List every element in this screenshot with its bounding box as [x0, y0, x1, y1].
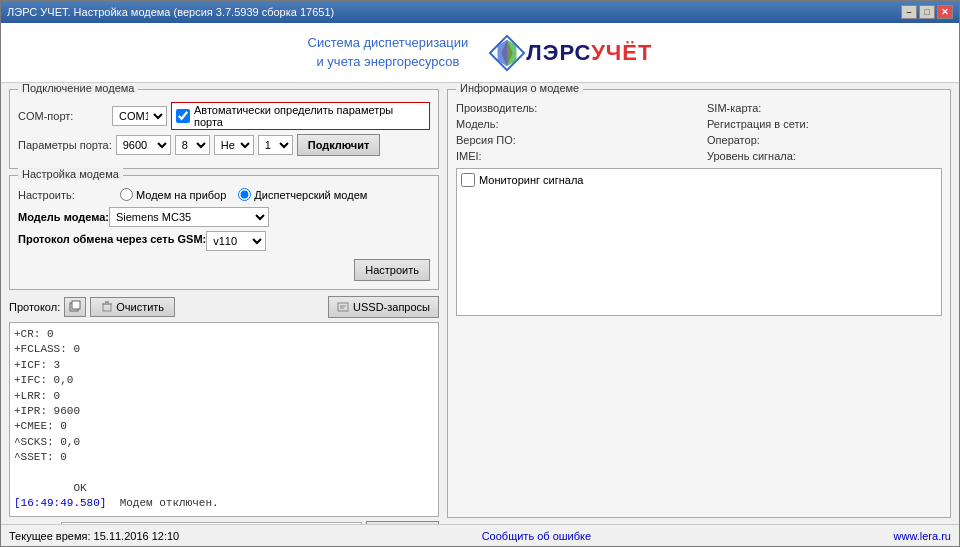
- network-row: Регистрация в сети:: [707, 118, 942, 130]
- monitoring-label: Мониторинг сигнала: [479, 174, 583, 186]
- params-label: Параметры порта:: [18, 139, 112, 151]
- model-info-row: Модель:: [456, 118, 691, 130]
- signal-row: Уровень сигнала:: [707, 150, 942, 162]
- log-area[interactable]: +CR: 0 +FCLASS: 0 +ICF: 3 +IFC: 0,0 +LRR…: [10, 323, 438, 516]
- sim-label: SIM-карта:: [707, 102, 761, 114]
- maximize-button[interactable]: □: [919, 5, 935, 19]
- banner: Система диспетчеризации и учета энергоре…: [1, 23, 959, 83]
- titlebar-buttons: – □ ✕: [901, 5, 953, 19]
- main-content: Подключение модема COM-порт: COM1 Автома…: [1, 83, 959, 524]
- configure-label: Настроить:: [18, 189, 108, 201]
- configure-row: Настроить: Модем на прибор Диспетчерский…: [18, 188, 430, 201]
- close-button[interactable]: ✕: [937, 5, 953, 19]
- monitoring-section: Мониторинг сигнала: [456, 168, 942, 316]
- protocol-label: Протокол обмена через сеть GSM:: [18, 231, 206, 245]
- banner-text: Система диспетчеризации и учета энергоре…: [308, 34, 469, 70]
- ussd-label: USSD-запросы: [353, 301, 430, 313]
- copy-icon: [69, 300, 81, 312]
- baud-select[interactable]: 9600: [116, 135, 171, 155]
- log-area-wrapper: +CR: 0 +FCLASS: 0 +ICF: 3 +IFC: 0,0 +LRR…: [9, 322, 439, 517]
- radio-dispatcher-label: Диспетчерский модем: [254, 189, 367, 201]
- modem-model-row: Модель модема: Siemens MC35: [18, 207, 430, 227]
- data-bits-select[interactable]: 8: [175, 135, 210, 155]
- titlebar: ЛЭРС УЧЕТ. Настройка модема (версия 3.7.…: [1, 1, 959, 23]
- imei-row: IMEI:: [456, 150, 691, 162]
- sim-row: SIM-карта:: [707, 102, 942, 114]
- log-section: Протокол: Очистить: [9, 296, 439, 524]
- producer-label: Производитель:: [456, 102, 537, 114]
- operator-row: Оператор:: [707, 134, 942, 146]
- modem-connection-title: Подключение модема: [18, 83, 138, 94]
- clear-icon: [101, 301, 113, 313]
- parity-select[interactable]: Нет: [214, 135, 254, 155]
- clear-label: Очистить: [116, 301, 164, 313]
- params-row: Параметры порта: 9600 8 Нет 1 Подключит: [18, 134, 430, 156]
- right-panel: Информация о модеме Производитель: SIM-к…: [447, 89, 951, 518]
- log-timestamp: [16:49:49.580]: [14, 497, 106, 509]
- auto-detect-label: Автоматически определить параметры порта: [194, 104, 425, 128]
- version-label: Версия ПО:: [456, 134, 516, 146]
- modem-info-title: Информация о модеме: [456, 83, 583, 94]
- radio-dispatcher[interactable]: Диспетчерский модем: [238, 188, 367, 201]
- radio-device-input[interactable]: [120, 188, 133, 201]
- logo-text: ЛЭРСУЧЁТ: [526, 40, 652, 66]
- logo-t: Т: [638, 40, 652, 65]
- footer-time: Текущее время: 15.11.2016 12:10: [9, 530, 179, 542]
- modem-model-select[interactable]: Siemens MC35: [109, 207, 269, 227]
- version-row: Версия ПО:: [456, 134, 691, 146]
- stop-bits-select[interactable]: 1: [258, 135, 293, 155]
- com-port-row: COM-порт: COM1 Автоматически определить …: [18, 102, 430, 130]
- modem-connection-group: Подключение модема COM-порт: COM1 Автома…: [9, 89, 439, 169]
- modem-model-label: Модель модема:: [18, 211, 109, 223]
- svg-rect-9: [338, 303, 348, 311]
- radio-device[interactable]: Модем на прибор: [120, 188, 226, 201]
- left-panel: Подключение модема COM-порт: COM1 Автома…: [9, 89, 439, 518]
- network-label: Регистрация в сети:: [707, 118, 809, 130]
- producer-row: Производитель:: [456, 102, 691, 114]
- modem-info-group: Информация о модеме Производитель: SIM-к…: [447, 89, 951, 518]
- logo-diamond-icon: [488, 34, 526, 72]
- report-error-link[interactable]: Сообщить об ошибке: [482, 530, 591, 542]
- protocol-select[interactable]: v110: [206, 231, 266, 251]
- monitoring-checkbox[interactable]: [461, 173, 475, 187]
- auto-detect-container: Автоматически определить параметры порта: [171, 102, 430, 130]
- log-label: Протокол:: [9, 301, 60, 313]
- banner-logo: ЛЭРСУЧЁТ: [488, 34, 652, 72]
- ussd-button[interactable]: USSD-запросы: [328, 296, 439, 318]
- protocol-row: Протокол обмена через сеть GSM: v110: [18, 231, 430, 251]
- connect-button[interactable]: Подключит: [297, 134, 381, 156]
- ussd-icon: [337, 301, 349, 313]
- website-link[interactable]: www.lera.ru: [894, 530, 951, 542]
- window-title: ЛЭРС УЧЕТ. Настройка модема (версия 3.7.…: [7, 6, 901, 18]
- model-info-label: Модель:: [456, 118, 499, 130]
- log-toolbar: Протокол: Очистить: [9, 296, 439, 318]
- monitoring-header: Мониторинг сигнала: [461, 173, 937, 187]
- setup-button[interactable]: Настроить: [354, 259, 430, 281]
- minimize-button[interactable]: –: [901, 5, 917, 19]
- radio-device-label: Модем на прибор: [136, 189, 226, 201]
- com-port-select[interactable]: COM1: [112, 106, 167, 126]
- radio-dispatcher-input[interactable]: [238, 188, 251, 201]
- auto-detect-checkbox[interactable]: [176, 109, 190, 123]
- com-port-label: COM-порт:: [18, 110, 108, 122]
- svg-rect-6: [103, 304, 111, 311]
- svg-rect-5: [72, 301, 80, 309]
- operator-label: Оператор:: [707, 134, 760, 146]
- main-window: ЛЭРС УЧЕТ. Настройка модема (версия 3.7.…: [0, 0, 960, 547]
- log-status: Модем отключен.: [120, 497, 219, 509]
- footer: Текущее время: 15.11.2016 12:10 Сообщить…: [1, 524, 959, 546]
- monitor-area: [461, 191, 937, 311]
- modem-setup-title: Настройка модема: [18, 168, 123, 180]
- copy-log-button[interactable]: [64, 297, 86, 317]
- logo-accent: УЧЁ: [591, 40, 638, 65]
- setup-btn-row: Настроить: [18, 259, 430, 281]
- imei-label: IMEI:: [456, 150, 482, 162]
- log-content: +CR: 0 +FCLASS: 0 +ICF: 3 +IFC: 0,0 +LRR…: [14, 327, 434, 512]
- clear-log-button[interactable]: Очистить: [90, 297, 175, 317]
- modem-setup-group: Настройка модема Настроить: Модем на при…: [9, 175, 439, 290]
- signal-label: Уровень сигнала:: [707, 150, 796, 162]
